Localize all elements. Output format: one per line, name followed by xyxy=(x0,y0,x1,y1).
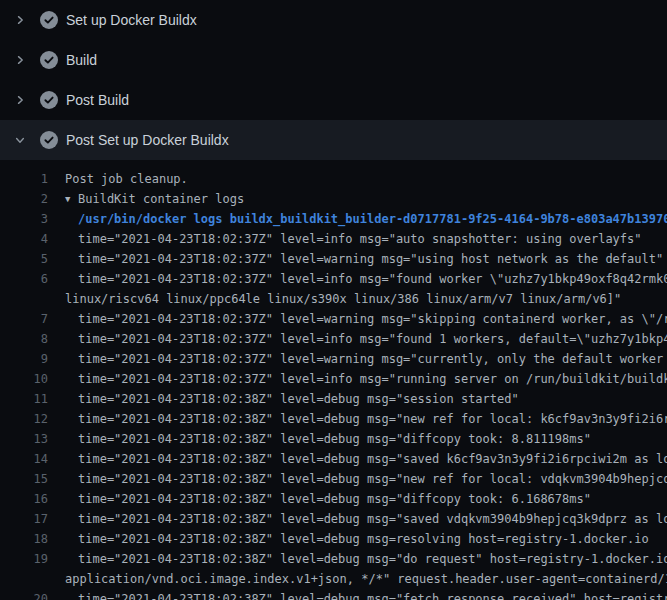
step-label: Post Set up Docker Buildx xyxy=(66,133,229,147)
log-text: time="2021-04-23T18:02:37Z" level=info m… xyxy=(48,229,642,249)
chevron-right-icon[interactable] xyxy=(14,54,26,66)
log-text: time="2021-04-23T18:02:38Z" level=debug … xyxy=(48,589,667,600)
line-number[interactable]: 4 xyxy=(0,229,48,249)
log-line: 16time="2021-04-23T18:02:38Z" level=debu… xyxy=(0,489,667,509)
step-header-post-build[interactable]: Post Build xyxy=(0,80,667,120)
line-number[interactable]: 11 xyxy=(0,389,48,409)
step-label: Set up Docker Buildx xyxy=(66,13,197,27)
log-text: time="2021-04-23T18:02:38Z" level=debug … xyxy=(48,409,667,429)
log-text: time="2021-04-23T18:02:38Z" level=debug … xyxy=(48,389,519,409)
log-text: time="2021-04-23T18:02:38Z" level=debug … xyxy=(48,449,667,469)
log-text: time="2021-04-23T18:02:38Z" level=debug … xyxy=(48,529,649,549)
check-circle-icon xyxy=(40,11,58,29)
log-text: time="2021-04-23T18:02:37Z" level=info m… xyxy=(48,269,667,289)
step-header-post-set-up-docker-buildx[interactable]: Post Set up Docker Buildx xyxy=(0,120,667,160)
actions-log-panel: Set up Docker BuildxBuildPost BuildPost … xyxy=(0,0,667,600)
chevron-right-icon[interactable] xyxy=(14,94,26,106)
log-text: linux/riscv64 linux/ppc64le linux/s390x … xyxy=(48,289,621,309)
log-text: time="2021-04-23T18:02:37Z" level=warnin… xyxy=(48,249,663,269)
log-line: 17time="2021-04-23T18:02:38Z" level=debu… xyxy=(0,509,667,529)
log-line: 18time="2021-04-23T18:02:38Z" level=debu… xyxy=(0,529,667,549)
step-header-set-up-docker-buildx[interactable]: Set up Docker Buildx xyxy=(0,0,667,40)
line-number[interactable]: 18 xyxy=(0,529,48,549)
line-number[interactable]: 2 xyxy=(0,189,48,209)
line-number[interactable]: 9 xyxy=(0,349,48,369)
line-number[interactable]: 17 xyxy=(0,509,48,529)
log-text: Post job cleanup. xyxy=(48,169,188,189)
triangle-down-icon: ▼ xyxy=(65,189,78,209)
line-number[interactable]: 16 xyxy=(0,489,48,509)
log-line: 9time="2021-04-23T18:02:37Z" level=warni… xyxy=(0,349,667,369)
line-number[interactable]: 15 xyxy=(0,469,48,489)
log-line: 20time="2021-04-23T18:02:38Z" level=debu… xyxy=(0,589,667,600)
log-line: 4time="2021-04-23T18:02:37Z" level=info … xyxy=(0,229,667,249)
log-line: 11time="2021-04-23T18:02:38Z" level=debu… xyxy=(0,389,667,409)
line-number[interactable]: 20 xyxy=(0,589,48,600)
log-line: 15time="2021-04-23T18:02:38Z" level=debu… xyxy=(0,469,667,489)
log-text: time="2021-04-23T18:02:38Z" level=debug … xyxy=(48,549,667,569)
line-number[interactable]: 6 xyxy=(0,269,48,289)
steps-list: Set up Docker BuildxBuildPost BuildPost … xyxy=(0,0,667,160)
log-text: time="2021-04-23T18:02:38Z" level=debug … xyxy=(48,469,667,489)
log-text: time="2021-04-23T18:02:37Z" level=info m… xyxy=(48,369,667,389)
log-line: application/vnd.oci.image.index.v1+json,… xyxy=(0,569,667,589)
line-number[interactable]: 8 xyxy=(0,329,48,349)
log-text: time="2021-04-23T18:02:38Z" level=debug … xyxy=(48,509,667,529)
line-number[interactable]: 1 xyxy=(0,169,48,189)
log-text: time="2021-04-23T18:02:37Z" level=warnin… xyxy=(48,349,667,369)
log-text: ▼BuildKit container logs xyxy=(48,189,244,209)
line-number[interactable]: 14 xyxy=(0,449,48,469)
chevron-right-icon[interactable] xyxy=(14,14,26,26)
log-text: time="2021-04-23T18:02:38Z" level=debug … xyxy=(48,489,591,509)
log-line: 1Post job cleanup. xyxy=(0,169,667,189)
log-text: time="2021-04-23T18:02:38Z" level=debug … xyxy=(48,429,591,449)
chevron-down-icon[interactable] xyxy=(14,134,26,146)
group-label: BuildKit container logs xyxy=(78,192,244,206)
line-number[interactable]: 10 xyxy=(0,369,48,389)
line-number[interactable]: 12 xyxy=(0,409,48,429)
check-circle-icon xyxy=(40,91,58,109)
log-line: 7time="2021-04-23T18:02:37Z" level=warni… xyxy=(0,309,667,329)
log-line: 12time="2021-04-23T18:02:38Z" level=debu… xyxy=(0,409,667,429)
log-line: 5time="2021-04-23T18:02:37Z" level=warni… xyxy=(0,249,667,269)
log-viewer: 1Post job cleanup.2▼BuildKit container l… xyxy=(0,169,667,600)
log-line: 6time="2021-04-23T18:02:37Z" level=info … xyxy=(0,269,667,289)
check-circle-icon xyxy=(40,51,58,69)
line-number[interactable]: 7 xyxy=(0,309,48,329)
log-text: application/vnd.oci.image.index.v1+json,… xyxy=(48,569,667,589)
log-group-toggle[interactable]: 2▼BuildKit container logs xyxy=(0,189,667,209)
step-label: Post Build xyxy=(66,93,129,107)
line-number[interactable]: 19 xyxy=(0,549,48,569)
log-line: 3/usr/bin/docker logs buildx_buildkit_bu… xyxy=(0,209,667,229)
check-circle-icon xyxy=(40,131,58,149)
step-header-build[interactable]: Build xyxy=(0,40,667,80)
log-line: 19time="2021-04-23T18:02:38Z" level=debu… xyxy=(0,549,667,569)
log-line: 8time="2021-04-23T18:02:37Z" level=info … xyxy=(0,329,667,349)
log-line: 13time="2021-04-23T18:02:38Z" level=debu… xyxy=(0,429,667,449)
log-text: time="2021-04-23T18:02:37Z" level=warnin… xyxy=(48,309,667,329)
log-line: linux/riscv64 linux/ppc64le linux/s390x … xyxy=(0,289,667,309)
step-label: Build xyxy=(66,53,97,67)
line-number[interactable]: 13 xyxy=(0,429,48,449)
log-command-text: /usr/bin/docker logs buildx_buildkit_bui… xyxy=(48,209,667,229)
line-number xyxy=(0,289,48,309)
line-number[interactable]: 3 xyxy=(0,209,48,229)
log-line: 10time="2021-04-23T18:02:37Z" level=info… xyxy=(0,369,667,389)
line-number xyxy=(0,569,48,589)
log-line: 14time="2021-04-23T18:02:38Z" level=debu… xyxy=(0,449,667,469)
log-text: time="2021-04-23T18:02:37Z" level=info m… xyxy=(48,329,667,349)
line-number[interactable]: 5 xyxy=(0,249,48,269)
